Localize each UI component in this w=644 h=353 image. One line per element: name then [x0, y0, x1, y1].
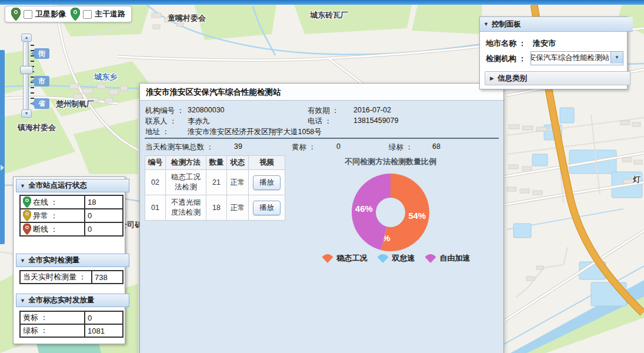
realtime-panel-header[interactable]: ▼ 全市实时检测量 [16, 254, 129, 267]
row-count: 18 [206, 195, 227, 221]
map-pin-icon [11, 8, 21, 21]
address-label: 地址 ： [145, 127, 169, 137]
satellite-layer-checkbox[interactable] [24, 10, 32, 19]
zoom-slider-track[interactable] [23, 41, 29, 111]
legend-item: 自由加速 [423, 253, 471, 264]
red-pin-icon [23, 224, 31, 235]
row-count: 21 [206, 170, 227, 195]
yellow-count-label: 黄标 ： [292, 142, 316, 152]
svg-text:54%: 54% [408, 211, 426, 221]
row-no: 02 [145, 170, 166, 195]
legend-label: 自由加速 [440, 253, 471, 264]
address-value: 淮安市淮安区经济开发区翔宇大道1058号 [188, 127, 322, 137]
zoom-slider-handle[interactable] [20, 66, 33, 74]
issuance-panel-title: 全市标志实时发放量 [28, 295, 95, 305]
table-row: 异常 ： 0 [20, 209, 123, 222]
col-video: 视频 [249, 156, 285, 170]
expand-arrow-icon[interactable] [1, 165, 4, 171]
table-header-row: 编号 检测方法 数量 状态 视频 [145, 156, 285, 170]
satellite-layer-item: 卫星影像 [11, 8, 66, 21]
green-pin-icon [23, 197, 31, 208]
green-count-label: 绿标 ： [389, 142, 413, 152]
table-row: 绿标 ： 1081 [20, 324, 123, 337]
svg-text:46%: 46% [355, 204, 373, 214]
issuance-panel-header[interactable]: ▼ 全市标志实时发放量 [16, 294, 129, 307]
legend-label: 稳态工况 [337, 253, 368, 264]
zoom-out-button[interactable]: ▼ [21, 109, 32, 118]
table-row: 黄标 ： 0 [20, 311, 123, 324]
station-status-table: 在线 ： 18 异常 ： 0 断线 ： 0 [19, 195, 124, 237]
valid-label: 有效期 ： [308, 106, 339, 116]
org-no-label: 机构编号 ： [145, 106, 184, 116]
row-status: 正常 [227, 195, 249, 221]
zoom-tick [31, 45, 34, 46]
org-select-label: 检测机构 ： [486, 54, 526, 64]
map-label-partial: 灯 [633, 174, 640, 185]
org-select-value: 安保汽车综合性能检测站 [531, 52, 610, 65]
legend-fan-icon [423, 253, 438, 264]
station-status-panel-header[interactable]: ▼ 全市站点运行状态 [16, 179, 129, 192]
abnormal-label: 异常 ： [33, 211, 58, 221]
city-name-value: 淮安市 [533, 38, 556, 49]
zoom-tick [31, 61, 34, 62]
table-row: 01 不透光烟度法检测 18 正常 播放 [145, 195, 285, 221]
expand-icon: ▶ [490, 75, 494, 81]
station-status-panel-title: 全市站点运行状态 [28, 181, 87, 191]
total-count-label: 当天检测车辆总数 ： [145, 142, 213, 152]
contact-value: 李赤九 [188, 116, 210, 126]
control-panel: ▼ 控制面板 地市名称 ： 淮安市 检测机构 ： 安保汽车综合性能检测站 ▼ ▶… [479, 16, 628, 89]
row-method: 不透光烟度法检测 [166, 195, 206, 221]
chart-legend: 稳态工况 双怠速 自由加速 [316, 253, 474, 264]
realtime-label: 当天实时检测量 ： [20, 271, 92, 284]
map-label-chengdong: 城东乡 [94, 72, 117, 82]
zoom-level-city-badge: 市 [34, 76, 49, 86]
legend-item: 稳态工况 [321, 253, 368, 264]
col-no: 编号 [145, 156, 166, 170]
collapse-icon: ▼ [483, 21, 489, 27]
zoom-in-button[interactable]: ▲ [21, 34, 32, 42]
map-label-brickyard: 城东砖瓦厂 [310, 10, 348, 21]
green-count-value: 68 [432, 142, 441, 151]
row-method: 稳态工况法检测 [166, 170, 206, 195]
collapse-icon: ▼ [20, 298, 25, 304]
zoom-tick [31, 87, 34, 88]
city-name-label: 地市名称 ： [486, 38, 526, 49]
map-pin-icon [71, 8, 80, 21]
main-roads-layer-label: 主干道路 [95, 9, 125, 19]
play-video-button[interactable]: 播放 [253, 201, 281, 215]
map-label-zhenhai: 镇海村委会 [18, 122, 56, 133]
legend-item: 双怠速 [376, 253, 415, 264]
total-count-value: 39 [234, 142, 242, 151]
station-detail-dialog: 淮安市淮安区安保汽车综合性能检测站 机构编号 ： 320800030 有效期 ：… [139, 83, 504, 353]
realtime-table: 当天实时检测量 ： 738 [19, 270, 124, 284]
row-status: 正常 [227, 170, 249, 195]
col-count: 数量 [206, 156, 227, 170]
zoom-tick [31, 92, 34, 94]
online-value: 18 [85, 195, 123, 209]
contact-label: 联系人 ： [145, 116, 176, 126]
col-method: 检测方法 [166, 156, 206, 170]
collapse-icon: ▼ [20, 183, 25, 189]
control-panel-header[interactable]: ▼ 控制面板 [480, 17, 633, 32]
left-status-panels: ▼ 全市站点运行状态 在线 ： 18 异常 ： 0 [13, 176, 125, 344]
info-category-bar[interactable]: ▶ 信息类别 [485, 71, 630, 85]
green-mark-value: 1081 [85, 324, 123, 337]
map-label-village1: 童嘴村委会 [168, 13, 206, 24]
legend-fan-icon [376, 253, 390, 264]
issuance-table: 黄标 ： 0 绿标 ： 1081 [19, 311, 124, 338]
valid-value: 2016-07-02 [353, 106, 391, 114]
org-select[interactable]: 安保汽车综合性能检测站 ▼ [530, 51, 623, 65]
layer-toolbar: 卫星影像 主干道路 [5, 6, 132, 22]
chevron-down-icon[interactable]: ▼ [610, 52, 623, 64]
collapsed-side-panel-bar[interactable] [0, 50, 5, 244]
dialog-titlebar[interactable]: 淮安市淮安区安保汽车综合性能检测站 [140, 84, 503, 101]
table-row: 在线 ： 18 [20, 195, 123, 209]
phone-label: 电话 ： [308, 116, 332, 126]
collapse-icon: ▼ [20, 258, 25, 264]
main-roads-layer-checkbox[interactable] [83, 10, 92, 19]
zoom-level-street-badge: 街 [34, 48, 49, 59]
legend-fan-icon [321, 253, 335, 264]
yellow-mark-value: 0 [85, 311, 123, 324]
play-video-button[interactable]: 播放 [253, 175, 281, 190]
dialog-title: 淮安市淮安区安保汽车综合性能检测站 [146, 87, 281, 98]
